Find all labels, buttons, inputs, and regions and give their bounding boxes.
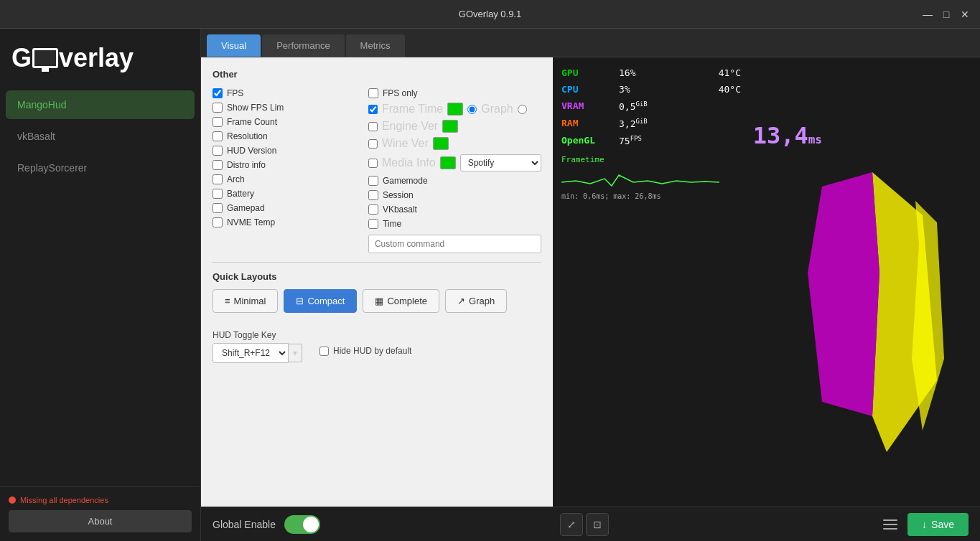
minimal-icon: ≡ [225, 296, 230, 306]
radio-graph[interactable] [467, 105, 477, 114]
spotify-select[interactable]: Spotify None Custom [460, 154, 541, 171]
hud-overlay: GPU 16% 41°C CPU 3% 40°C VRAM 0,5GiB RAM [561, 66, 741, 202]
sidebar-item-replaysorcerer[interactable]: ReplaySorcerer [6, 154, 195, 182]
checkbox-fps-input[interactable] [213, 88, 223, 98]
hide-hud-row: Hide HUD by default [319, 330, 411, 356]
svg-marker-1 [808, 172, 879, 416]
custom-command-wrap [368, 235, 541, 253]
checkbox-arch-label: Arch [227, 174, 245, 184]
checkbox-frame-time-label: Frame Time [382, 103, 443, 116]
checkbox-show-fps-lim-input[interactable] [213, 103, 223, 113]
checkbox-resolution: Resolution [213, 131, 357, 141]
save-icon: ↓ [922, 519, 927, 530]
graph-label: Graph [481, 103, 513, 116]
panel-content: Other FPS Show FPS Lim [201, 57, 980, 507]
close-button[interactable]: ✕ [958, 8, 971, 21]
hud-fps-val: 75FPS [619, 133, 655, 149]
media-info-row: Media Info Spotify None Custom [368, 154, 541, 171]
hamburger-button[interactable] [879, 513, 902, 536]
hud-cpu-val: 3% [619, 83, 655, 98]
checkbox-fps-only-label: FPS only [383, 88, 418, 98]
checkbox-hud-version-label: HUD Version [227, 146, 276, 156]
logo: G verlay [11, 43, 189, 73]
checkbox-wine-ver-label: Wine Ver [382, 137, 429, 150]
media-info-color-swatch[interactable] [440, 156, 456, 169]
sidebar-item-mangohud[interactable]: MangoHud [6, 90, 195, 119]
layout-minimal-button[interactable]: ≡ Minimal [213, 289, 278, 313]
hud-temp1: 41°C [698, 66, 741, 81]
checkbox-distro-info: Distro info [213, 160, 357, 170]
checkbox-engine-ver-label: Engine Ver [382, 120, 438, 133]
checkbox-resolution-input[interactable] [213, 131, 223, 141]
tab-metrics[interactable]: Metrics [346, 34, 405, 57]
checkbox-frame-count-input[interactable] [213, 117, 223, 127]
checkbox-hud-version-input[interactable] [213, 146, 223, 156]
about-button[interactable]: About [9, 510, 192, 532]
wine-ver-color-swatch[interactable] [433, 137, 449, 150]
hud-key-arrow-icon[interactable]: ▾ [289, 344, 302, 362]
engine-ver-color-swatch[interactable] [442, 120, 458, 133]
checkbox-distro-info-input[interactable] [213, 160, 223, 170]
sidebar-item-vkbasalt[interactable]: vkBasalt [6, 122, 195, 151]
graph-label-btn: Graph [469, 296, 495, 306]
hide-hud-checkbox[interactable] [319, 347, 329, 356]
logo-area: G verlay [0, 29, 200, 85]
checkbox-engine-ver-input[interactable] [368, 122, 378, 131]
checkbox-session: Session [368, 190, 541, 200]
shrink-icon-button[interactable]: ⊡ [586, 513, 609, 536]
checkbox-gamepad-input[interactable] [213, 203, 223, 213]
checkbox-fps: FPS [213, 88, 357, 98]
tab-performance[interactable]: Performance [262, 34, 344, 57]
checkbox-hud-version: HUD Version [213, 146, 357, 156]
checkbox-media-info-input[interactable] [368, 159, 378, 168]
checkbox-session-input[interactable] [368, 190, 378, 200]
checkbox-time: Time [368, 219, 541, 229]
hud-toggle-section: HUD Toggle Key Shift_R+F12 ▾ Hide HUD by… [213, 324, 541, 363]
checkbox-wine-ver-input[interactable] [368, 139, 378, 149]
logo-monitor-icon [32, 48, 58, 68]
maximize-button[interactable]: □ [940, 8, 953, 21]
radio-other[interactable] [518, 105, 527, 114]
ham-line-1 [883, 519, 897, 521]
logo-g: G [11, 43, 32, 73]
checkbox-arch-input[interactable] [213, 174, 223, 184]
ham-line-3 [883, 528, 897, 530]
hud-key-select[interactable]: Shift_R+F12 [213, 343, 289, 363]
checkbox-frame-time-input[interactable] [368, 105, 378, 114]
frame-time-color-swatch[interactable] [447, 103, 463, 116]
minimize-button[interactable]: — [921, 8, 934, 21]
checkbox-show-fps-lim-label: Show FPS Lim [227, 103, 284, 113]
checkbox-resolution-label: Resolution [227, 131, 268, 141]
checkbox-fps-only-input[interactable] [368, 88, 378, 98]
layout-graph-button[interactable]: ↗ Graph [445, 289, 507, 313]
sidebar-item-mangohud-label: MangoHud [17, 99, 67, 110]
toggle-knob [303, 517, 319, 532]
checkbox-vkbasalt-input[interactable] [368, 204, 378, 215]
frame-time-row: Frame Time Graph [368, 103, 541, 116]
global-enable-label: Global Enable [213, 519, 276, 530]
checkbox-gamepad-label: Gamepad [227, 203, 265, 213]
custom-command-input[interactable] [368, 235, 541, 253]
checkbox-time-input[interactable] [368, 219, 378, 229]
checkbox-nvme-temp-input[interactable] [213, 217, 223, 227]
checkbox-media-info-label: Media Info [382, 156, 436, 169]
hud-grid: GPU 16% 41°C CPU 3% 40°C VRAM 0,5GiB RAM [561, 66, 741, 149]
global-enable-toggle[interactable] [284, 515, 320, 534]
divider-1 [213, 262, 541, 263]
expand-icon-button[interactable]: ⤢ [560, 513, 583, 536]
checkbox-arch: Arch [213, 174, 357, 184]
save-label: Save [931, 519, 954, 530]
logo-text: verlay [59, 43, 134, 73]
sidebar: G verlay MangoHud vkBasalt ReplaySorcere… [0, 29, 201, 541]
layout-complete-button[interactable]: ▦ Complete [363, 289, 439, 313]
sidebar-item-replaysorcerer-label: ReplaySorcerer [17, 162, 87, 174]
checkbox-fps-label: FPS [227, 88, 243, 98]
layout-compact-button[interactable]: ⊟ Compact [284, 289, 357, 313]
title-bar: GOverlay 0.9.1 — □ ✕ [0, 0, 980, 29]
hud-ram-label: RAM [561, 116, 619, 132]
save-button[interactable]: ↓ Save [907, 513, 969, 536]
checkbox-gamemode-input[interactable] [368, 176, 378, 186]
minimal-label: Minimal [234, 296, 266, 306]
checkbox-battery-input[interactable] [213, 189, 223, 199]
tab-visual[interactable]: Visual [207, 34, 261, 57]
